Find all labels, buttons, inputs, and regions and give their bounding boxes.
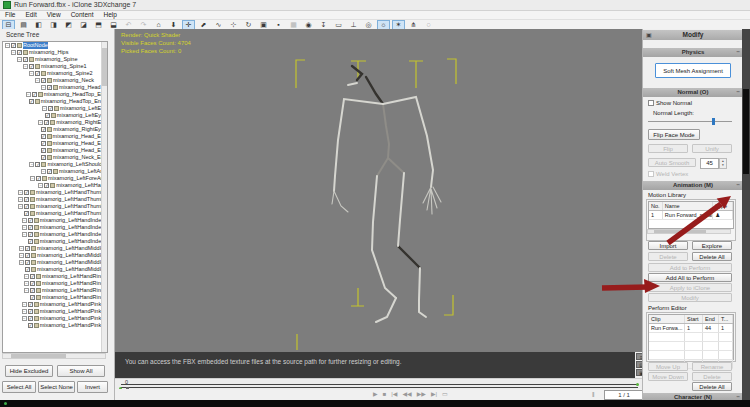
tree-node[interactable]: −✓mixamorig_Hips (3, 49, 107, 56)
tree-node[interactable]: −✓mixamorig_LeftHand (3, 182, 107, 189)
tree-node[interactable]: ✓mixamorig_Head_End (3, 140, 107, 147)
tree-checkbox[interactable]: ✓ (23, 57, 28, 62)
tree-expander-icon[interactable]: − (11, 50, 16, 55)
scene-tree[interactable]: −✓RootNode−✓mixamorig_Hips−✓mixamorig_Sp… (2, 41, 108, 353)
tree-checkbox[interactable]: ✓ (30, 295, 35, 300)
tree-expander-icon[interactable]: − (19, 260, 24, 265)
frame-mode-icon[interactable]: ||| (592, 389, 594, 400)
perform-table-row[interactable]: Run Forwa...1441 (649, 324, 733, 333)
drop-down-icon[interactable]: ⬇ (167, 20, 180, 30)
import-button[interactable]: Import (648, 241, 688, 250)
tree-expander-icon[interactable]: − (24, 288, 29, 293)
checkbox-box[interactable] (648, 171, 654, 177)
tree-node[interactable]: −✓mixamorig_LeftHandThumb2 (3, 196, 107, 203)
tree-node[interactable]: −✓mixamorig_LeftArm (3, 168, 107, 175)
move-down-button[interactable]: Move Down (648, 372, 688, 381)
tree-node[interactable]: −✓mixamorig_LeftHandMiddle3 (3, 259, 107, 266)
add-to-perform-button[interactable]: Add to Perform (648, 263, 732, 272)
tree-expander-icon[interactable]: − (19, 246, 24, 251)
send-to-iclone-icon[interactable]: ⬓ (107, 20, 120, 30)
tree-node[interactable]: −✓mixamorig_Head (3, 84, 107, 91)
tree-checkbox[interactable]: ✓ (24, 197, 29, 202)
tree-expander-icon[interactable]: − (23, 64, 28, 69)
tree-vscroll-thumb[interactable] (102, 48, 107, 86)
tree-checkbox[interactable]: ✓ (28, 309, 33, 314)
tree-node[interactable]: −✓mixamorig_LeftHandIndex3 (3, 231, 107, 238)
tree-checkbox[interactable]: ✓ (41, 148, 46, 153)
explore-button[interactable]: Explore (692, 241, 732, 250)
panel-scrollbar[interactable] (742, 29, 750, 400)
column-header[interactable]: No. (649, 202, 663, 210)
tree-checkbox[interactable]: ✓ (35, 71, 40, 76)
tree-node[interactable]: ✓mixamorig_Neck_End (3, 154, 107, 161)
weld-vertex-checkbox[interactable]: Weld Vertex (648, 171, 688, 177)
tree-checkbox[interactable]: ✓ (41, 134, 46, 139)
scale-tool-icon[interactable]: ⊹ (227, 20, 240, 30)
loop-button[interactable]: ▭ (442, 389, 448, 400)
tree-expander-icon[interactable]: − (18, 204, 23, 209)
tree-node[interactable]: −✓mixamorig_LeftHandRing1 (3, 273, 107, 280)
tree-node[interactable]: ✓mixamorig_LeftHandThumb4 (3, 210, 107, 217)
tree-node[interactable]: −✓mixamorig_LeftHandPinky3 (3, 315, 107, 322)
refresh-export-icon[interactable]: ⬒ (92, 20, 105, 30)
modify-button[interactable]: Modify (648, 293, 732, 302)
stop-button[interactable]: ■ (383, 389, 387, 400)
menu-help[interactable]: Help (103, 11, 116, 19)
undo-icon[interactable]: ↶ (122, 20, 135, 30)
menu-file[interactable]: File (5, 11, 15, 19)
menu-content[interactable]: Content (71, 11, 94, 19)
tree-node[interactable]: −✓mixamorig_HeadTop_End (3, 91, 107, 98)
tree-node[interactable]: ✓mixamorig_Head_End (3, 147, 107, 154)
open-file-icon[interactable]: ▤ (17, 20, 30, 30)
export-model-b-icon[interactable]: ◪ (77, 20, 90, 30)
tree-checkbox[interactable]: ✓ (41, 155, 46, 160)
motion-library-table[interactable]: No.NameType1Run Forward_mixamo♟ (648, 201, 734, 229)
column-header[interactable]: Clip (649, 315, 685, 323)
column-header[interactable]: Name (663, 202, 713, 210)
tree-checkbox[interactable]: ✓ (29, 64, 34, 69)
tree-expander-icon[interactable]: − (41, 169, 46, 174)
menu-edit[interactable]: Edit (25, 11, 36, 19)
pin-tool-icon[interactable]: ↧ (317, 20, 330, 30)
tree-checkbox[interactable]: ✓ (47, 169, 52, 174)
tree-checkbox[interactable]: ✓ (24, 204, 29, 209)
rename-button[interactable]: Rename (692, 362, 732, 371)
rgb-picker-icon[interactable]: ◉ (302, 20, 315, 30)
tree-node[interactable]: ✓mixamorig_LeftHandMiddle4 (3, 266, 107, 273)
tree-node[interactable]: ✓mixamorig_Head_End (3, 133, 107, 140)
export-model-a-icon[interactable]: ◩ (62, 20, 75, 30)
tree-node[interactable]: −✓mixamorig_LeftHandRing3 (3, 287, 107, 294)
tree-checkbox[interactable]: ✓ (25, 253, 30, 258)
tree-node[interactable]: −✓mixamorig_RightEye (3, 119, 107, 126)
panel-scrollbar-thumb[interactable] (743, 89, 749, 174)
tree-expander-icon[interactable]: − (22, 232, 27, 237)
tree-checkbox[interactable]: ✓ (41, 141, 46, 146)
tree-expander-icon[interactable]: − (42, 106, 47, 111)
tree-expander-icon[interactable]: − (19, 253, 24, 258)
tree-node[interactable]: −✓mixamorig_LeftHandThumb1 (3, 189, 107, 196)
column-header[interactable]: End (703, 315, 719, 323)
tree-node[interactable]: −✓mixamorig_LeftHandIndex2 (3, 224, 107, 231)
smooth-angle-stepper[interactable]: ▴▾ (719, 158, 727, 169)
show-normal-checkbox[interactable]: Show Normal (648, 100, 692, 106)
tree-checkbox[interactable]: ✓ (25, 260, 30, 265)
tree-checkbox[interactable]: ✓ (32, 92, 37, 97)
tree-expander-icon[interactable]: − (24, 274, 29, 279)
tree-checkbox[interactable]: ✓ (28, 302, 33, 307)
3d-viewport[interactable]: Render: Quick ShaderVisible Faces Count:… (115, 29, 642, 352)
tree-checkbox[interactable]: ✓ (28, 239, 33, 244)
redo-icon[interactable]: ↷ (137, 20, 150, 30)
tree-checkbox[interactable]: ✓ (48, 106, 53, 111)
hide-excluded-button[interactable]: Hide Excluded (5, 365, 53, 377)
prev-frame-button[interactable]: ◀◀ (402, 389, 411, 400)
slider-thumb[interactable] (712, 118, 715, 125)
tree-node[interactable]: −✓RootNode (3, 42, 107, 49)
tree-checkbox[interactable]: ✓ (28, 225, 33, 230)
tree-expander-icon[interactable]: − (22, 309, 27, 314)
tree-checkbox[interactable]: ✓ (44, 183, 49, 188)
tree-expander-icon[interactable]: − (29, 71, 34, 76)
tree-checkbox[interactable]: ✓ (36, 176, 41, 181)
add-all-to-perform-button[interactable]: Add All to Perform (648, 273, 732, 282)
tree-checkbox[interactable]: ✓ (24, 190, 29, 195)
frame-counter[interactable]: 1 / 1 (604, 390, 644, 400)
